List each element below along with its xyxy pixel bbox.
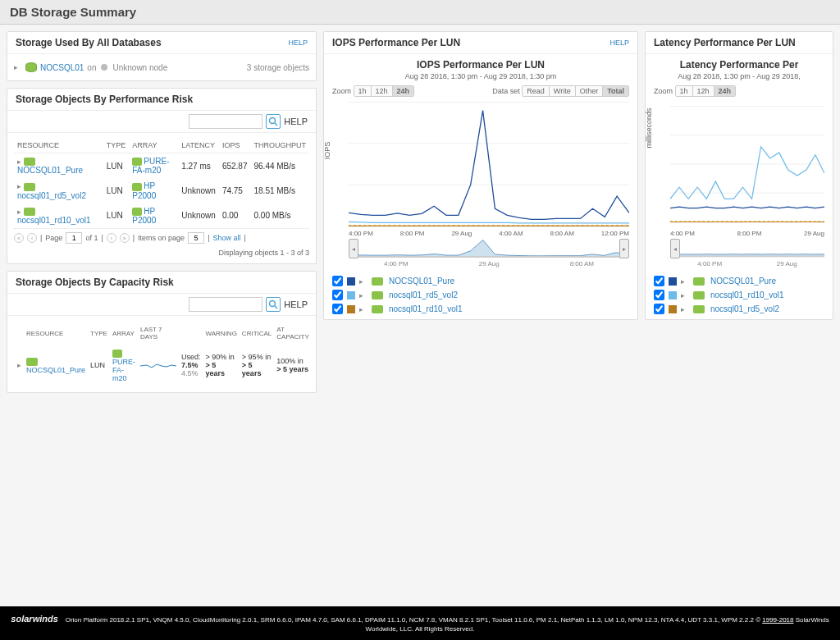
y-axis-label: IOPS [323, 142, 331, 160]
svg-rect-14 [349, 256, 628, 258]
array-link[interactable]: PURE-FA-m20 [112, 358, 135, 382]
storage-objects-count: 3 storage objects [247, 63, 309, 72]
expand-icon[interactable]: ▸ [17, 208, 21, 216]
page-input[interactable] [66, 232, 82, 244]
dataset-write[interactable]: Write [550, 86, 576, 96]
zoom-12h[interactable]: 12h [693, 86, 714, 96]
legend-item: ▸ nocsql01_rd10_vol1 [332, 304, 629, 314]
nav-x-labels: 4:00 PM 29 Aug [646, 260, 833, 271]
panel-body: ▸ NOCSQL01 on Unknown node 3 storage obj… [7, 54, 316, 80]
items-input[interactable] [188, 232, 204, 244]
dataset-read[interactable]: Read [523, 86, 550, 96]
displaying-label: Displaying objects 1 - 3 of 3 [14, 247, 309, 258]
array-icon [132, 183, 142, 191]
expand-icon[interactable]: ▸ [17, 182, 21, 190]
resource-link[interactable]: NOCSQL01_Pure [26, 366, 85, 374]
prev-page-button[interactable]: ‹ [27, 233, 37, 243]
legend-checkbox[interactable] [332, 290, 343, 300]
expand-icon[interactable]: ▸ [359, 305, 368, 313]
atcap-cell: 100% in> 5 years [275, 345, 310, 386]
expand-icon[interactable]: ▸ [17, 361, 21, 369]
expand-icon[interactable]: ▸ [359, 277, 368, 286]
nav-handle-left[interactable]: ◂ [670, 239, 680, 258]
zoom-12h[interactable]: 12h [372, 86, 393, 96]
dataset-other[interactable]: Other [576, 86, 604, 96]
lun-icon [24, 208, 35, 216]
col-critical[interactable]: CRITICAL [240, 322, 273, 344]
first-page-button[interactable]: « [14, 233, 24, 243]
zoom-24h[interactable]: 24h [393, 86, 414, 96]
nav-handle-right[interactable]: ▸ [619, 239, 629, 258]
legend-checkbox[interactable] [654, 276, 664, 286]
zoom-label: Zoom [654, 87, 673, 95]
expand-icon[interactable]: ▸ [359, 291, 368, 299]
search-input[interactable] [189, 297, 262, 312]
items-label: Items on page [138, 234, 185, 242]
zoom-24h[interactable]: 24h [714, 86, 736, 96]
legend-item: ▸ nocsql01_rd10_vol1 [654, 290, 824, 300]
col-resource[interactable]: RESOURCE [25, 322, 87, 344]
x-axis-labels: 4:00 PM 8:00 PM 29 Aug 4:00 AM 8:00 AM 1… [324, 230, 637, 237]
col-array[interactable]: ARRAY [111, 322, 137, 344]
next-page-button[interactable]: › [107, 233, 116, 243]
latency-line-chart: 02.557.510 [670, 102, 824, 226]
dataset-total[interactable]: Total [603, 86, 628, 96]
iops-line-chart: 0100020003000 [349, 102, 629, 226]
search-button[interactable] [266, 297, 281, 312]
search-button[interactable] [266, 114, 281, 129]
legend-label[interactable]: NOCSQL01_Pure [389, 277, 454, 286]
col-type[interactable]: TYPE [89, 322, 109, 344]
col-latency[interactable]: LATENCY [178, 138, 219, 153]
legend-checkbox[interactable] [654, 290, 664, 300]
expand-icon[interactable]: ▸ [681, 277, 689, 286]
chart-area[interactable]: IOPS 0100020003000 [324, 98, 637, 230]
resource-link[interactable]: NOCSQL01_Pure [17, 166, 83, 175]
search-input[interactable] [189, 114, 262, 129]
navigator-strip[interactable]: ◂ [646, 237, 833, 260]
y-axis-label: milliseconds [645, 107, 653, 148]
show-all-link[interactable]: Show all [212, 234, 240, 242]
col-warning[interactable]: WARNING [203, 322, 238, 344]
latency-cell: Unknown [178, 178, 219, 203]
legend-checkbox[interactable] [332, 304, 343, 314]
panel-latency-chart: Latency Performance Per LUN Latency Perf… [645, 31, 833, 320]
col-array[interactable]: ARRAY [129, 138, 178, 153]
legend-swatch [669, 277, 677, 286]
right-column: Latency Performance Per LUN Latency Perf… [645, 31, 833, 320]
critical-cell: > 95% in> 5 years [240, 345, 273, 386]
col-last7[interactable]: LAST 7 DAYS [139, 322, 178, 344]
help-link[interactable]: HELP [284, 299, 308, 309]
col-type[interactable]: TYPE [103, 138, 130, 153]
database-link[interactable]: NOCSQL01 [40, 63, 84, 72]
col-atcap[interactable]: AT CAPACITY [275, 322, 310, 344]
resource-link[interactable]: nocsql01_rd10_vol1 [17, 216, 91, 225]
col-throughput[interactable]: THROUGHPUT [250, 138, 309, 153]
footer-link[interactable]: 1999-2018 [762, 616, 793, 624]
legend-label[interactable]: NOCSQL01_Pure [710, 277, 776, 286]
expand-icon[interactable]: ▸ [681, 291, 689, 299]
legend-label[interactable]: nocsql01_rd5_vol2 [710, 304, 779, 313]
help-link[interactable]: HELP [288, 39, 308, 47]
help-link[interactable]: HELP [609, 39, 629, 47]
legend-label[interactable]: nocsql01_rd5_vol2 [389, 290, 458, 299]
col-iops[interactable]: IOPS [219, 138, 251, 153]
resource-link[interactable]: nocsql01_rd5_vol2 [17, 191, 86, 200]
help-link[interactable]: HELP [284, 117, 308, 126]
last-page-button[interactable]: » [120, 233, 130, 243]
expand-icon[interactable]: ▸ [14, 63, 22, 71]
col-resource[interactable]: RESOURCE [14, 138, 103, 153]
zoom-1h[interactable]: 1h [354, 86, 372, 96]
x-axis-labels: 4:00 PM 8:00 PM 29 Aug [646, 230, 833, 237]
expand-icon[interactable]: ▸ [17, 158, 21, 166]
iops-cell: 0.00 [219, 203, 251, 228]
svg-line-1 [275, 123, 277, 126]
legend-checkbox[interactable] [654, 304, 664, 314]
chart-area[interactable]: milliseconds 02.557.510 [646, 98, 833, 230]
navigator-strip[interactable]: ◂ ▸ [324, 237, 637, 260]
expand-icon[interactable]: ▸ [681, 305, 689, 313]
nav-handle-left[interactable]: ◂ [349, 239, 358, 258]
legend-checkbox[interactable] [332, 276, 343, 286]
zoom-1h[interactable]: 1h [676, 86, 693, 96]
legend-label[interactable]: nocsql01_rd10_vol1 [710, 290, 784, 299]
legend-label[interactable]: nocsql01_rd10_vol1 [389, 304, 463, 313]
